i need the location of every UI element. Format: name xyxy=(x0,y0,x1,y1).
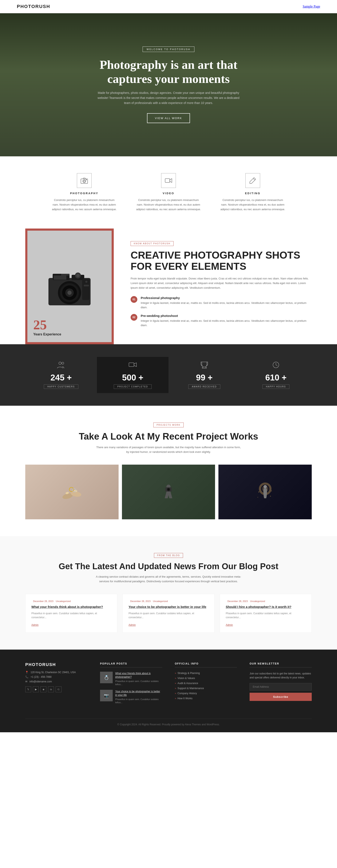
official-link-audit[interactable]: Audit & Assurance xyxy=(175,682,237,685)
svg-point-40 xyxy=(270,496,271,497)
service-video-title: VIDEO xyxy=(135,192,202,195)
service-video-desc: Constroto perciptur ius, cu platonem mne… xyxy=(135,198,202,212)
svg-point-18 xyxy=(85,281,87,283)
stat-projects: 500 + PROJECT COMPLETED xyxy=(97,357,169,393)
blog-author-2[interactable]: Admin xyxy=(129,623,136,626)
official-link-company[interactable]: Company History xyxy=(175,692,237,695)
svg-point-37 xyxy=(263,485,267,488)
feature-title-1: Professional photography xyxy=(141,296,312,300)
project-card-3[interactable] xyxy=(218,465,312,519)
svg-point-20 xyxy=(59,362,61,365)
service-photography-desc: Constroto perciptur ius, cu platonem mne… xyxy=(51,198,118,212)
service-editing: EDITING Constroto perciptur ius, cu plat… xyxy=(219,173,286,212)
hero-title: Photography is an art that captures your… xyxy=(82,58,255,86)
stat-label-customers: HAPPY CUSTOMERS xyxy=(44,384,78,389)
years-number: 25 xyxy=(33,318,61,332)
footer-social: 𝕏 ▶ ◈ in G xyxy=(25,686,87,692)
trophy-icon xyxy=(173,361,236,370)
footer-col-popular-posts: POPULAR POSTS 💍 What your friends think … xyxy=(100,662,162,708)
newsletter-email-input[interactable] xyxy=(250,683,312,691)
stat-customers: 245 + HAPPY CUSTOMERS xyxy=(25,357,97,393)
newsletter-title: OUR NEWSLETTER xyxy=(250,662,312,668)
popular-post-img-2: 📷 xyxy=(100,690,113,701)
linkedin-icon[interactable]: in xyxy=(48,686,54,692)
popular-post-excerpt-2: Phasellus in quam sem. Curabitur sodales… xyxy=(115,698,162,704)
service-photography: PHOTOGRAPHY Constroto perciptur ius, cu … xyxy=(51,173,118,212)
service-video: VIDEO Constroto perciptur ius, cu platon… xyxy=(135,173,202,212)
official-link-support[interactable]: Support & Maintenance xyxy=(175,687,237,690)
project-bg-2 xyxy=(122,465,215,519)
blog-description: A cleaning service contract dictates and… xyxy=(95,575,242,584)
footer-phone[interactable]: 📞 +1 (23) - 456-7890 xyxy=(25,676,87,678)
blog-meta-3: December 28, 2023 Uncategorized xyxy=(226,600,306,602)
feature-num-1: 01 xyxy=(131,296,137,303)
footer-email[interactable]: ✉ info@sitename.com xyxy=(25,680,87,683)
popular-post-text-2: Your choice to be photographer is better… xyxy=(115,690,162,704)
camera-svg xyxy=(81,177,88,184)
youtube-icon[interactable]: ▶ xyxy=(33,686,39,692)
nav-sample-page[interactable]: Sample Page xyxy=(303,5,320,8)
site-logo[interactable]: PHOTORUSH xyxy=(17,4,50,9)
official-info-title: OFFICIAL INFO xyxy=(175,662,237,668)
email-icon: ✉ xyxy=(25,680,27,683)
about-feature-2-text: Pre-wedding photoshoot Integer in ligula… xyxy=(141,314,312,328)
phone-icon: 📞 xyxy=(25,676,28,678)
blog-author-1[interactable]: Admin xyxy=(31,623,38,626)
instagram-icon[interactable]: ◈ xyxy=(40,686,46,692)
svg-rect-13 xyxy=(54,275,66,280)
main-nav: Sample Page xyxy=(303,5,320,8)
stat-num-awards: 99 + xyxy=(173,373,236,382)
blog-post-title-2[interactable]: Your choice to be photographer is better… xyxy=(129,604,208,609)
twitter-icon[interactable]: 𝕏 xyxy=(25,686,31,692)
official-link-strategy[interactable]: Strategy & Planning xyxy=(175,672,237,675)
popular-post-2: 📷 Your choice to be photographer is bett… xyxy=(100,690,162,704)
stat-label-projects: PROJECT COMPLETED xyxy=(114,384,152,389)
popular-posts-title: POPULAR POSTS xyxy=(100,662,162,668)
popular-post-title-2[interactable]: Your choice to be photographer is better… xyxy=(115,690,162,697)
feature-desc-1: Integer in ligula laoreet, molestie erat… xyxy=(141,301,312,310)
blog-meta-1: December 28, 2023 Uncategorized xyxy=(31,600,111,602)
about-feature-2: 02 Pre-wedding photoshoot Integer in lig… xyxy=(131,314,312,328)
service-photography-title: PHOTOGRAPHY xyxy=(51,192,118,195)
subscribe-button[interactable]: Subscribe xyxy=(250,693,312,701)
svg-point-12 xyxy=(67,290,72,295)
popular-post-title-1[interactable]: What your friends think about is photogr… xyxy=(115,672,162,679)
location-icon: 📍 xyxy=(25,671,28,674)
projects-title: Take A Look At My Recent Project Works xyxy=(25,431,312,442)
svg-point-38 xyxy=(258,492,259,492)
footer-phone-text: +1 (23) - 456-7890 xyxy=(31,676,52,678)
blog-meta-2: December 28, 2023 Uncategorized xyxy=(129,600,208,602)
edit-icon xyxy=(245,173,260,188)
footer-address: 📍 120 King St, Charleston SC 29401, USA xyxy=(25,671,87,674)
popular-post-img-1: 💍 xyxy=(100,672,113,683)
svg-point-2 xyxy=(83,180,85,182)
official-link-vision[interactable]: Vision & Values xyxy=(175,677,237,680)
blog-post-title-3[interactable]: Should I hire a photographer? Is it wort… xyxy=(226,604,306,609)
blog-excerpt-2: Phasellus in quam sem. Curabitur sodales… xyxy=(129,612,208,619)
blog-card-2: December 28, 2023 Uncategorized Your cho… xyxy=(122,594,215,633)
feature-desc-2: Integer in ligula laoreet, molestie erat… xyxy=(141,319,312,328)
blog-author-3[interactable]: Admin xyxy=(226,623,233,626)
project-card-1[interactable] xyxy=(25,465,119,519)
blog-date-2: December 28, 2023 xyxy=(130,600,150,602)
blog-excerpt-1: Phasellus in quam sem. Curabitur sodales… xyxy=(31,612,111,619)
hero-cta-button[interactable]: View All Work xyxy=(147,113,190,123)
stat-label-awards: AWARD RECEIVED xyxy=(188,384,220,389)
pro-camera-svg xyxy=(42,263,97,310)
footer-col-official-info: OFFICIAL INFO Strategy & Planning Vision… xyxy=(175,662,237,708)
blog-section: FROM THE BLOG Get The Latest And Updated… xyxy=(0,536,337,650)
edit-svg xyxy=(249,177,256,184)
blog-card-3: December 28, 2023 Uncategorized Should I… xyxy=(220,594,312,633)
google-icon[interactable]: G xyxy=(56,686,61,692)
svg-point-21 xyxy=(62,362,64,364)
footer-logo: PHOTORUSH xyxy=(25,662,87,667)
official-link-how[interactable]: How It Works xyxy=(175,697,237,700)
stat-label-hours: HAPPY HOURS xyxy=(262,384,290,389)
blog-post-title-1[interactable]: What your friends think about is photogr… xyxy=(31,604,111,609)
stat-hours: 610 + HAPPY HOURS xyxy=(240,357,312,393)
hero-description: Made for photographers, photo studios, d… xyxy=(95,91,242,105)
project-card-2[interactable] xyxy=(122,465,215,519)
footer-col-newsletter: OUR NEWSLETTER Join our subscribers list… xyxy=(250,662,312,708)
project-bg-1 xyxy=(25,465,119,519)
popular-post-1: 💍 What your friends think about is photo… xyxy=(100,672,162,686)
